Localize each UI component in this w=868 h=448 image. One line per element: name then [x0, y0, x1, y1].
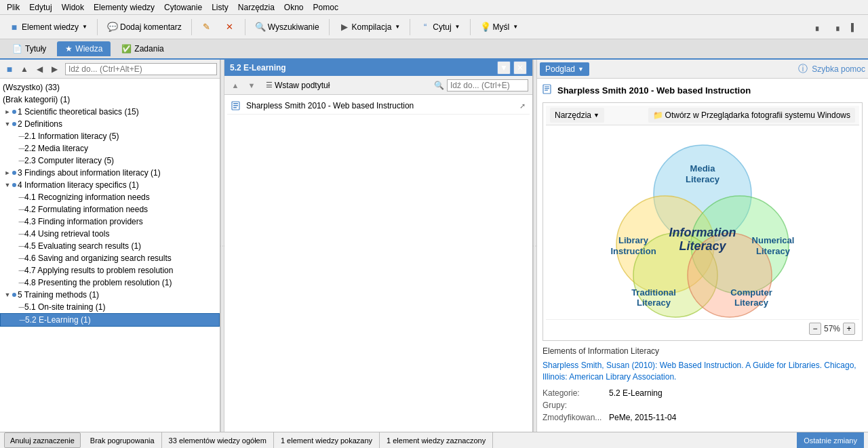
- menu-bar: Plik Edytuj Widok Elementy wiedzy Cytowa…: [0, 0, 868, 15]
- element-wiedzy-dropdown-icon: ▼: [82, 24, 87, 30]
- svg-rect-5: [545, 87, 549, 87]
- cancel-selection-button[interactable]: Anuluj zaznaczenie: [4, 432, 81, 448]
- tree-item-4-7[interactable]: — 4.7 Applying results to problem resolu…: [0, 264, 220, 277]
- toolbar-sep-1: [97, 19, 98, 35]
- tree-item-4-1[interactable]: — 4.1 Recognizing information needs: [0, 191, 220, 203]
- layout-3-icon: ▌: [851, 23, 856, 31]
- kompilacja-label: Kompilacja: [352, 22, 392, 32]
- menu-widok[interactable]: Widok: [58, 1, 88, 14]
- shown-elements-label: 1 element wiedzy pokazany: [281, 436, 372, 445]
- insert-subtitle-button[interactable]: ☰ Sharpless Smith 2010 - Web based Instr…: [261, 78, 334, 93]
- window-layout-1-button[interactable]: ▖: [814, 20, 829, 33]
- toolbar-sep-5: [410, 19, 410, 35]
- tree-item-4-2[interactable]: — 4.2 Formulating information needs: [0, 203, 220, 216]
- tree-item-2-1[interactable]: — 2.1 Information literacy (5): [0, 130, 220, 142]
- delete-button[interactable]: ✕: [220, 19, 240, 35]
- open-viewer-button[interactable]: 📁 Otwórz w Przeglądarka fotografii syste…: [648, 108, 855, 123]
- menu-listy[interactable]: Listy: [208, 1, 233, 14]
- next-button[interactable]: ▶: [47, 62, 61, 76]
- tree-item-4-3[interactable]: — 4.3 Finding information providers: [0, 216, 220, 228]
- tree-item-1[interactable]: ► 1 Scientific theoretical basics (15): [0, 106, 220, 118]
- image-container: Narzędzia ▼ 📁 Otwórz w Przeglądarka foto…: [542, 102, 863, 341]
- podglad-dropdown-button[interactable]: Podglad ▼: [540, 62, 589, 76]
- middle-filter-button[interactable]: ▼: [497, 61, 511, 75]
- tree-item-5-1[interactable]: — 5.1 On-site training (1): [0, 301, 220, 313]
- grupy-label: Grupy:: [542, 401, 604, 410]
- selected-elements-label: 1 element wiedzy zaznaczony: [387, 436, 486, 445]
- tree-item-5-2[interactable]: — 5.2 E-Learning (1): [0, 313, 220, 327]
- tree-item-4-5[interactable]: — 4.5 Evaluating search results (1): [0, 240, 220, 252]
- tree-item-2-2[interactable]: — 2.2 Media literacy: [0, 142, 220, 155]
- middle-close-button[interactable]: ✕: [513, 61, 527, 75]
- tab-zadania[interactable]: ✅ Zadania: [113, 41, 172, 56]
- prev-button[interactable]: ◀: [33, 62, 46, 76]
- cytuj-button[interactable]: “ Cytuj ▼: [415, 19, 465, 35]
- tree-item-4-8[interactable]: — 4.8 Presenting the problem resolution …: [0, 277, 220, 289]
- zoom-out-button[interactable]: −: [809, 323, 821, 335]
- window-layout-2-button[interactable]: ▗: [831, 20, 846, 33]
- tree-item-4[interactable]: ▼ 4 Information literacy specifics (1): [0, 179, 220, 191]
- tree-item-4-4[interactable]: — 4.4 Using retrieval tools: [0, 228, 220, 240]
- window-layout-3-button[interactable]: ▌: [849, 21, 864, 33]
- szybka-pomoc-label: Szybka pomoc: [812, 64, 865, 74]
- wyszukiwanie-button[interactable]: 🔍 Wyszukiwanie: [250, 19, 324, 35]
- tree-item-3[interactable]: ► 3 Findings about information literacy …: [0, 167, 220, 179]
- tree-dot-1: [12, 110, 16, 114]
- up-button[interactable]: ▲: [18, 62, 31, 76]
- tree-item-all[interactable]: (Wszystko) (33): [0, 81, 220, 94]
- narzedzia-button[interactable]: Narzędzia ▼: [550, 108, 604, 123]
- svg-text:Library: Library: [618, 235, 649, 245]
- image-toolbar: Narzędzia ▼ 📁 Otwórz w Przeglądarka foto…: [546, 106, 859, 125]
- toolbar-sep-2: [191, 19, 192, 35]
- middle-nav-down[interactable]: ▼: [245, 79, 258, 92]
- menu-elementy-wiedzy[interactable]: Elementy wiedzy: [90, 1, 159, 14]
- svg-rect-6: [545, 88, 549, 89]
- middle-search-icon: 🔍: [434, 81, 444, 90]
- no-grouping-label: Brak pogrupowania: [90, 436, 155, 445]
- cancel-label: Anuluj zaznaczenie: [10, 436, 75, 445]
- middle-nav-up[interactable]: ▲: [229, 79, 242, 92]
- folder-icon: 📁: [653, 110, 663, 120]
- zoom-in-button[interactable]: +: [843, 323, 855, 335]
- menu-pomoc[interactable]: Pomoc: [309, 1, 342, 14]
- zmodyfikowano-label: Zmodyfikowan...: [542, 413, 604, 422]
- menu-cytowanie[interactable]: Cytowanie: [160, 1, 206, 14]
- toolbar: ■ Element wiedzy ▼ 💬 Dodaj komentarz ✎ ✕…: [0, 15, 868, 39]
- dodaj-komentarz-button[interactable]: 💬 Dodaj komentarz: [102, 19, 186, 35]
- middle-search-input[interactable]: [447, 79, 528, 91]
- status-bar: Anuluj zaznaczenie Brak pogrupowania 33 …: [0, 432, 868, 448]
- image-caption: Elements of Information Literacy: [542, 346, 863, 356]
- tab-wiedza-label: Wiedza: [75, 44, 102, 54]
- menu-edytuj[interactable]: Edytuj: [25, 1, 56, 14]
- tree-item-5[interactable]: ▼ 5 Training methods (1): [0, 289, 220, 301]
- svg-text:Literacy: Literacy: [679, 239, 726, 253]
- mysl-button[interactable]: 💡 Myśl ▼: [475, 19, 524, 35]
- tree-item-2-3[interactable]: — 2.3 Computer literacy (5): [0, 155, 220, 167]
- menu-narzedzia[interactable]: Narzędzia: [234, 1, 279, 14]
- last-changes-button[interactable]: Ostatnie zmiany: [797, 432, 864, 448]
- left-tree: (Wszystko) (33) (Brak kategorii) (1) ► 1…: [0, 79, 220, 432]
- komentarz-icon: 💬: [107, 22, 118, 33]
- cytuj-icon: “: [420, 22, 431, 33]
- tree-item-2[interactable]: ▼ 2 Definitions: [0, 118, 220, 130]
- element-wiedzy-button[interactable]: ■ Element wiedzy ▼: [4, 19, 92, 35]
- tree-item-no-category[interactable]: (Brak kategorii) (1): [0, 94, 220, 106]
- reference-link[interactable]: Sharpless Smith, Susan (2010): Web Based…: [542, 360, 863, 383]
- mysl-icon: 💡: [480, 22, 491, 33]
- tree-item-4-6[interactable]: — 4.6 Saving and organizing search resul…: [0, 252, 220, 264]
- menu-okno[interactable]: Okno: [280, 1, 308, 14]
- edit-button[interactable]: ✎: [197, 19, 217, 35]
- element-wiedzy-icon: ■: [9, 22, 20, 33]
- left-search-input[interactable]: [65, 63, 217, 75]
- delete-icon: ✕: [224, 22, 235, 33]
- expand-knowledge-item[interactable]: ➚: [519, 102, 526, 110]
- selected-elements-status: 1 element wiedzy zaznaczony: [380, 432, 493, 448]
- menu-plik[interactable]: Plik: [3, 1, 24, 14]
- tree-dot-4: [12, 183, 16, 187]
- zadania-icon: ✅: [121, 44, 132, 54]
- svg-rect-4: [543, 85, 551, 94]
- tab-wiedza[interactable]: ★ Wiedza: [57, 41, 111, 56]
- tab-tytuly[interactable]: 📄 Tytuły: [4, 41, 54, 56]
- kompilacja-button[interactable]: ▶ Kompilacja ▼: [334, 19, 406, 35]
- knowledge-item-1[interactable]: Sharpless Smith 2010 - Web based Instruc…: [227, 98, 530, 115]
